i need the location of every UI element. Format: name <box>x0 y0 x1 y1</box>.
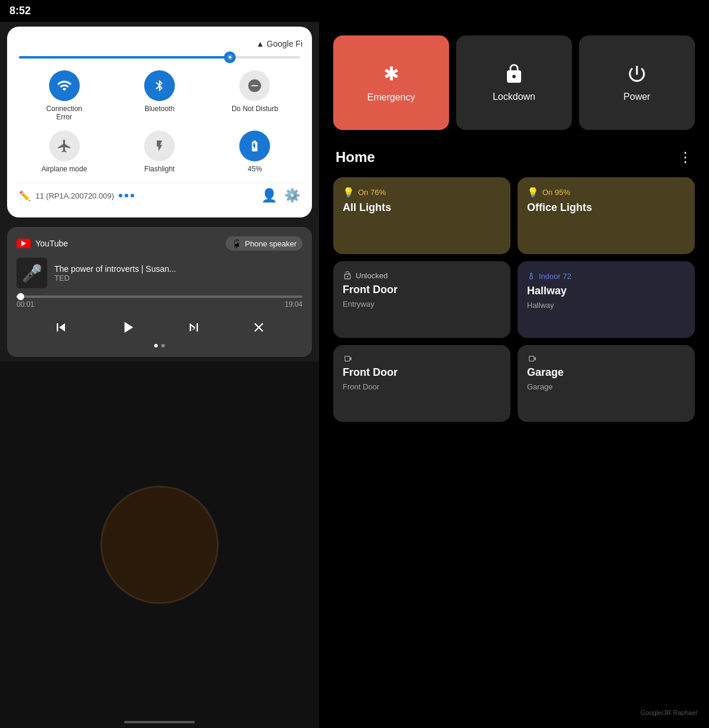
tile-bluetooth-label: Bluetooth <box>145 105 175 113</box>
brightness-row[interactable] <box>17 56 303 58</box>
media-dot-1 <box>154 344 158 347</box>
google-credit: Google/JR Raphael <box>640 709 697 716</box>
device-status-row-4: Indoor 72 <box>527 271 685 281</box>
right-panel: ✱ Emergency Lockdown Power Home ⋮ 💡 <box>319 0 709 728</box>
quick-tiles-row-1: Connection Error Bluetooth Do Not Distur… <box>17 70 303 121</box>
wifi-icon <box>49 70 80 101</box>
home-indicator[interactable] <box>124 721 195 723</box>
skip-back-button[interactable] <box>53 319 69 336</box>
version-row: ✏️ 11 (RP1A.200720.009) 👤 ⚙️ <box>17 183 303 208</box>
close-media-button[interactable] <box>251 320 266 335</box>
all-lights-status: On 76% <box>358 188 386 197</box>
home-title: Home <box>336 149 375 165</box>
progress-row: 00:01 19:04 <box>17 295 303 308</box>
carrier-row: Google Fi <box>17 38 303 49</box>
device-card-garage-cam[interactable]: Garage Garage <box>518 345 695 422</box>
media-thumbnail: 🎤 <box>17 258 47 288</box>
camera-icon-1 <box>343 355 353 363</box>
device-card-front-door-lock[interactable]: Unlocked Front Door Entryway <box>333 261 510 338</box>
quick-settings-panel: Google Fi Connection Error <box>7 27 312 217</box>
flashlight-icon <box>144 131 175 161</box>
device-status-row-2: 💡 On 95% <box>527 187 685 198</box>
front-door-lock-name: Front Door <box>343 284 501 296</box>
media-content: 🎤 The power of introverts | Susan... TED <box>17 258 303 288</box>
battery-icon <box>239 131 270 161</box>
office-lights-name: Office Lights <box>527 202 685 214</box>
tile-bluetooth[interactable]: Bluetooth <box>133 70 186 121</box>
tile-battery[interactable]: 45% <box>228 131 281 173</box>
progress-thumb <box>17 293 24 300</box>
media-app-name: YouTube <box>35 239 68 248</box>
emergency-button[interactable]: ✱ Emergency <box>333 35 449 130</box>
media-page-dots <box>17 344 303 347</box>
front-door-cam-sub: Front Door <box>343 382 501 391</box>
all-lights-name: All Lights <box>343 202 501 214</box>
controls-row <box>17 318 303 337</box>
device-status-row: 💡 On 76% <box>343 187 501 198</box>
phone-speaker-icon: 📱 <box>232 239 242 248</box>
light-icon-1: 💡 <box>343 187 354 198</box>
settings-icon[interactable]: ⚙️ <box>284 188 300 203</box>
version-info: ✏️ 11 (RP1A.200720.009) <box>19 190 134 202</box>
bottom-area <box>0 362 319 728</box>
tile-dnd-label: Do Not Disturb <box>232 105 278 113</box>
brightness-track[interactable] <box>19 56 300 58</box>
light-icon-2: 💡 <box>527 187 539 198</box>
tile-dnd[interactable]: Do Not Disturb <box>228 70 281 121</box>
lock-unlocked-icon <box>343 271 352 280</box>
user-icon[interactable]: 👤 <box>261 188 277 203</box>
lockdown-button[interactable]: Lockdown <box>456 35 572 130</box>
front-door-lock-sub: Entryway <box>343 300 501 308</box>
lockdown-label: Lockdown <box>493 92 535 102</box>
media-dot-2 <box>161 344 165 347</box>
hallway-temp-status: Indoor 72 <box>539 272 571 281</box>
brightness-thumb <box>224 51 236 63</box>
youtube-icon <box>17 239 31 248</box>
total-time: 19:04 <box>285 300 303 308</box>
tile-wifi[interactable]: Connection Error <box>38 70 91 121</box>
dnd-icon <box>239 70 270 101</box>
device-status-row-6 <box>527 355 685 363</box>
skip-forward-button[interactable] <box>186 319 202 336</box>
garage-cam-sub: Garage <box>527 382 685 391</box>
tile-battery-label: 45% <box>248 165 262 173</box>
status-bar: 8:52 <box>0 0 319 22</box>
media-info: The power of introverts | Susan... TED <box>54 264 303 282</box>
version-icons: 👤 ⚙️ <box>261 188 300 203</box>
front-door-lock-status: Unlocked <box>356 271 388 280</box>
device-card-office-lights[interactable]: 💡 On 95% Office Lights <box>518 177 695 254</box>
edit-icon[interactable]: ✏️ <box>19 190 31 202</box>
status-time: 8:52 <box>9 5 31 17</box>
device-card-all-lights[interactable]: 💡 On 76% All Lights <box>333 177 510 254</box>
left-panel: 8:52 Google Fi Connection Error <box>0 0 319 728</box>
play-button[interactable] <box>118 318 137 337</box>
device-card-hallway-temp[interactable]: Indoor 72 Hallway Hallway <box>518 261 695 338</box>
more-options-button[interactable]: ⋮ <box>678 149 692 165</box>
dot-3 <box>131 194 134 197</box>
front-door-cam-name: Front Door <box>343 366 501 379</box>
tile-flashlight[interactable]: Flashlight <box>133 131 186 173</box>
emergency-icon: ✱ <box>383 63 399 85</box>
media-app: YouTube <box>17 239 68 248</box>
time-row: 00:01 19:04 <box>17 300 303 308</box>
device-status-row-3: Unlocked <box>343 271 501 280</box>
progress-track[interactable] <box>17 295 303 298</box>
hallway-name: Hallway <box>527 285 685 297</box>
home-section: Home ⋮ 💡 On 76% All Lights 💡 On 95% Offi… <box>333 149 695 714</box>
power-button[interactable]: Power <box>579 35 695 130</box>
carrier-label: Google Fi <box>266 39 303 48</box>
power-label: Power <box>623 92 650 102</box>
media-artist: TED <box>54 274 303 282</box>
tile-airplane[interactable]: Airplane mode <box>38 131 91 173</box>
speaker-button[interactable]: 📱 Phone speaker <box>226 236 303 251</box>
device-status-row-5 <box>343 355 501 363</box>
office-lights-status: On 95% <box>542 188 570 197</box>
speaker-btn-label: Phone speaker <box>245 239 297 248</box>
media-title: The power of introverts | Susan... <box>54 264 303 274</box>
version-text: 11 (RP1A.200720.009) <box>35 191 114 200</box>
youtube-play-icon <box>21 240 26 246</box>
signal-icon <box>256 38 264 49</box>
tile-flashlight-label: Flashlight <box>144 165 174 173</box>
device-card-front-door-cam[interactable]: Front Door Front Door <box>333 345 510 422</box>
brightness-fill <box>19 56 230 58</box>
